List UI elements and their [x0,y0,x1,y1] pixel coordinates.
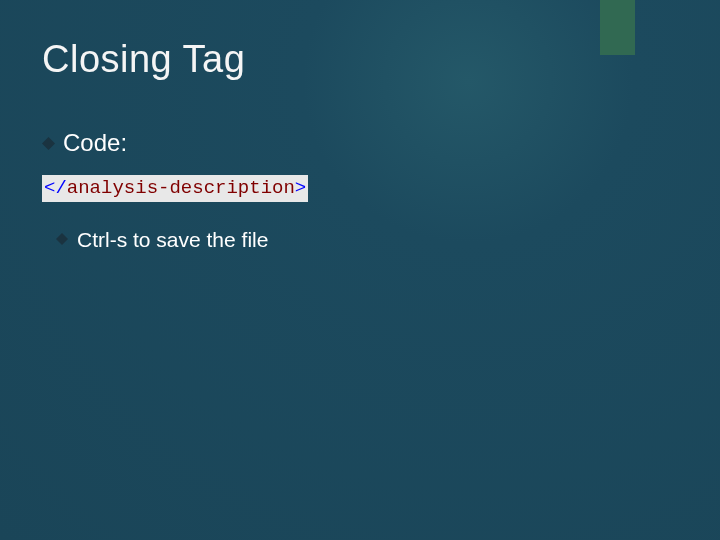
slide-title: Closing Tag [42,38,678,81]
diamond-bullet-icon [42,137,55,150]
code-bracket-open: </ [44,177,67,199]
bullet-text: Ctrl-s to save the file [77,228,268,252]
bullet-item-2: Ctrl-s to save the file [56,228,678,252]
bullet-text: Code: [63,129,127,157]
diamond-bullet-icon [56,233,69,246]
code-example: </analysis-description> [42,175,308,202]
code-bracket-close: > [295,177,306,199]
bullet-item-1: Code: [42,129,678,157]
code-tag-name: analysis-description [67,177,295,199]
accent-decoration [600,0,635,55]
